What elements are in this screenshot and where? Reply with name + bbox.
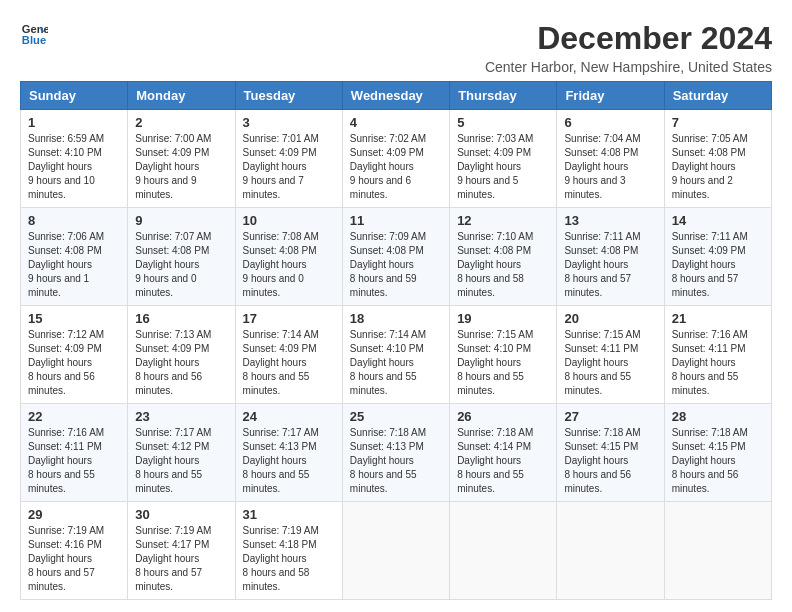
header: General Blue December 2024 Center Harbor…: [20, 20, 772, 75]
day-number: 4: [350, 115, 442, 130]
cell-content: Sunrise: 7:07 AMSunset: 4:08 PMDaylight …: [135, 230, 227, 300]
cell-content: Sunrise: 7:14 AMSunset: 4:10 PMDaylight …: [350, 328, 442, 398]
day-number: 17: [243, 311, 335, 326]
day-number: 23: [135, 409, 227, 424]
day-number: 5: [457, 115, 549, 130]
day-number: 12: [457, 213, 549, 228]
day-number: 28: [672, 409, 764, 424]
calendar-cell: 10 Sunrise: 7:08 AMSunset: 4:08 PMDaylig…: [235, 208, 342, 306]
cell-content: Sunrise: 7:19 AMSunset: 4:18 PMDaylight …: [243, 524, 335, 594]
day-header-tuesday: Tuesday: [235, 82, 342, 110]
calendar-cell: 15 Sunrise: 7:12 AMSunset: 4:09 PMDaylig…: [21, 306, 128, 404]
week-row-5: 29 Sunrise: 7:19 AMSunset: 4:16 PMDaylig…: [21, 502, 772, 600]
calendar-cell: 12 Sunrise: 7:10 AMSunset: 4:08 PMDaylig…: [450, 208, 557, 306]
calendar-cell: 16 Sunrise: 7:13 AMSunset: 4:09 PMDaylig…: [128, 306, 235, 404]
calendar-cell: 14 Sunrise: 7:11 AMSunset: 4:09 PMDaylig…: [664, 208, 771, 306]
week-row-2: 8 Sunrise: 7:06 AMSunset: 4:08 PMDayligh…: [21, 208, 772, 306]
calendar-header-row: SundayMondayTuesdayWednesdayThursdayFrid…: [21, 82, 772, 110]
day-header-saturday: Saturday: [664, 82, 771, 110]
calendar-cell: 26 Sunrise: 7:18 AMSunset: 4:14 PMDaylig…: [450, 404, 557, 502]
week-row-3: 15 Sunrise: 7:12 AMSunset: 4:09 PMDaylig…: [21, 306, 772, 404]
day-number: 30: [135, 507, 227, 522]
day-number: 1: [28, 115, 120, 130]
day-number: 26: [457, 409, 549, 424]
page-subtitle: Center Harbor, New Hampshire, United Sta…: [485, 59, 772, 75]
cell-content: Sunrise: 7:05 AMSunset: 4:08 PMDaylight …: [672, 132, 764, 202]
day-header-wednesday: Wednesday: [342, 82, 449, 110]
day-header-sunday: Sunday: [21, 82, 128, 110]
cell-content: Sunrise: 7:16 AMSunset: 4:11 PMDaylight …: [28, 426, 120, 496]
calendar-cell: 29 Sunrise: 7:19 AMSunset: 4:16 PMDaylig…: [21, 502, 128, 600]
cell-content: Sunrise: 7:18 AMSunset: 4:15 PMDaylight …: [672, 426, 764, 496]
day-number: 21: [672, 311, 764, 326]
cell-content: Sunrise: 7:17 AMSunset: 4:13 PMDaylight …: [243, 426, 335, 496]
cell-content: Sunrise: 7:16 AMSunset: 4:11 PMDaylight …: [672, 328, 764, 398]
page-title: December 2024: [485, 20, 772, 57]
calendar-cell: 2 Sunrise: 7:00 AMSunset: 4:09 PMDayligh…: [128, 110, 235, 208]
day-number: 31: [243, 507, 335, 522]
calendar-cell: 13 Sunrise: 7:11 AMSunset: 4:08 PMDaylig…: [557, 208, 664, 306]
day-number: 10: [243, 213, 335, 228]
week-row-1: 1 Sunrise: 6:59 AMSunset: 4:10 PMDayligh…: [21, 110, 772, 208]
day-number: 11: [350, 213, 442, 228]
cell-content: Sunrise: 7:04 AMSunset: 4:08 PMDaylight …: [564, 132, 656, 202]
cell-content: Sunrise: 7:15 AMSunset: 4:11 PMDaylight …: [564, 328, 656, 398]
day-header-friday: Friday: [557, 82, 664, 110]
cell-content: Sunrise: 7:18 AMSunset: 4:14 PMDaylight …: [457, 426, 549, 496]
cell-content: Sunrise: 6:59 AMSunset: 4:10 PMDaylight …: [28, 132, 120, 202]
cell-content: Sunrise: 7:01 AMSunset: 4:09 PMDaylight …: [243, 132, 335, 202]
day-number: 13: [564, 213, 656, 228]
calendar-cell: [450, 502, 557, 600]
calendar-cell: 27 Sunrise: 7:18 AMSunset: 4:15 PMDaylig…: [557, 404, 664, 502]
calendar-cell: 11 Sunrise: 7:09 AMSunset: 4:08 PMDaylig…: [342, 208, 449, 306]
day-number: 15: [28, 311, 120, 326]
calendar-cell: [664, 502, 771, 600]
cell-content: Sunrise: 7:19 AMSunset: 4:16 PMDaylight …: [28, 524, 120, 594]
cell-content: Sunrise: 7:11 AMSunset: 4:09 PMDaylight …: [672, 230, 764, 300]
day-number: 6: [564, 115, 656, 130]
calendar-cell: 21 Sunrise: 7:16 AMSunset: 4:11 PMDaylig…: [664, 306, 771, 404]
day-number: 20: [564, 311, 656, 326]
calendar-cell: 3 Sunrise: 7:01 AMSunset: 4:09 PMDayligh…: [235, 110, 342, 208]
calendar-table: SundayMondayTuesdayWednesdayThursdayFrid…: [20, 81, 772, 600]
calendar-cell: 6 Sunrise: 7:04 AMSunset: 4:08 PMDayligh…: [557, 110, 664, 208]
cell-content: Sunrise: 7:02 AMSunset: 4:09 PMDaylight …: [350, 132, 442, 202]
day-number: 14: [672, 213, 764, 228]
cell-content: Sunrise: 7:11 AMSunset: 4:08 PMDaylight …: [564, 230, 656, 300]
logo: General Blue: [20, 20, 48, 48]
calendar-cell: 1 Sunrise: 6:59 AMSunset: 4:10 PMDayligh…: [21, 110, 128, 208]
calendar-cell: 24 Sunrise: 7:17 AMSunset: 4:13 PMDaylig…: [235, 404, 342, 502]
day-header-monday: Monday: [128, 82, 235, 110]
calendar-cell: 9 Sunrise: 7:07 AMSunset: 4:08 PMDayligh…: [128, 208, 235, 306]
day-number: 29: [28, 507, 120, 522]
day-number: 27: [564, 409, 656, 424]
calendar-cell: [557, 502, 664, 600]
calendar-cell: 30 Sunrise: 7:19 AMSunset: 4:17 PMDaylig…: [128, 502, 235, 600]
day-number: 9: [135, 213, 227, 228]
day-header-thursday: Thursday: [450, 82, 557, 110]
cell-content: Sunrise: 7:00 AMSunset: 4:09 PMDaylight …: [135, 132, 227, 202]
calendar-cell: 28 Sunrise: 7:18 AMSunset: 4:15 PMDaylig…: [664, 404, 771, 502]
day-number: 24: [243, 409, 335, 424]
cell-content: Sunrise: 7:06 AMSunset: 4:08 PMDaylight …: [28, 230, 120, 300]
calendar-cell: 22 Sunrise: 7:16 AMSunset: 4:11 PMDaylig…: [21, 404, 128, 502]
day-number: 19: [457, 311, 549, 326]
day-number: 2: [135, 115, 227, 130]
cell-content: Sunrise: 7:08 AMSunset: 4:08 PMDaylight …: [243, 230, 335, 300]
cell-content: Sunrise: 7:12 AMSunset: 4:09 PMDaylight …: [28, 328, 120, 398]
calendar-cell: 31 Sunrise: 7:19 AMSunset: 4:18 PMDaylig…: [235, 502, 342, 600]
svg-text:General: General: [22, 23, 48, 35]
calendar-cell: 18 Sunrise: 7:14 AMSunset: 4:10 PMDaylig…: [342, 306, 449, 404]
cell-content: Sunrise: 7:17 AMSunset: 4:12 PMDaylight …: [135, 426, 227, 496]
day-number: 8: [28, 213, 120, 228]
day-number: 3: [243, 115, 335, 130]
day-number: 25: [350, 409, 442, 424]
calendar-cell: 25 Sunrise: 7:18 AMSunset: 4:13 PMDaylig…: [342, 404, 449, 502]
cell-content: Sunrise: 7:18 AMSunset: 4:15 PMDaylight …: [564, 426, 656, 496]
logo-icon: General Blue: [20, 20, 48, 48]
calendar-cell: 7 Sunrise: 7:05 AMSunset: 4:08 PMDayligh…: [664, 110, 771, 208]
cell-content: Sunrise: 7:14 AMSunset: 4:09 PMDaylight …: [243, 328, 335, 398]
cell-content: Sunrise: 7:19 AMSunset: 4:17 PMDaylight …: [135, 524, 227, 594]
calendar-cell: [342, 502, 449, 600]
calendar-cell: 4 Sunrise: 7:02 AMSunset: 4:09 PMDayligh…: [342, 110, 449, 208]
